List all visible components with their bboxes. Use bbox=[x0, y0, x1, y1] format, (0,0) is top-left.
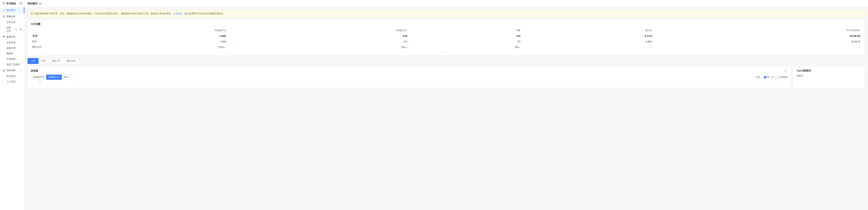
metric-btn-group: 浏览量(PV) 访客数(UV) 其它 ▾ bbox=[31, 75, 72, 80]
cell: 1,690 bbox=[48, 33, 227, 39]
svg-point-0 bbox=[21, 3, 21, 4]
table-row: 昨日 2,966 173 170 9.46% 00:08:14 bbox=[31, 39, 862, 44]
cell: 173 bbox=[227, 39, 409, 44]
nav-item-label: 来源分析 bbox=[6, 35, 16, 38]
table-row: 预计今日 3,516▲ 192▲ 195▲ -- -- bbox=[31, 44, 862, 50]
trend-goto-button[interactable]: › bbox=[783, 69, 787, 73]
cell: 00:08:14 bbox=[654, 39, 862, 44]
table-row: 今日 1,690 100 102 8.11% 00:08:00 bbox=[31, 33, 862, 39]
overview-icon bbox=[3, 9, 5, 12]
main-headbar: 网站概况 D bbox=[25, 0, 868, 7]
compare-label: 对比： bbox=[756, 76, 763, 79]
tab-yest[interactable]: 昨天 bbox=[38, 58, 49, 64]
sidebar-head-label: 常用报告 bbox=[6, 2, 16, 5]
cell: 8.11% bbox=[522, 33, 654, 39]
range-tabs: 今天 昨天 最近7天 最近30天 bbox=[28, 58, 865, 64]
nav-sub-realtime[interactable]: 实时访客 bbox=[0, 20, 24, 25]
tab-30d[interactable]: 最近30天 bbox=[64, 58, 79, 64]
cell: 00:08:00 bbox=[654, 33, 862, 39]
trend-title: 趋势图 bbox=[31, 69, 38, 73]
cell: 2,966 bbox=[48, 39, 227, 44]
table-row: 浏览量(PV) 访客数(UV) IP数 跳出率 平均访问时长 bbox=[31, 28, 862, 33]
gear-icon[interactable] bbox=[20, 2, 22, 5]
nav-sub-se[interactable]: 搜索引擎 bbox=[0, 45, 24, 51]
today-traffic-table: 浏览量(PV) 访客数(UV) IP数 跳出率 平均访问时长 今日 1,690 … bbox=[31, 28, 862, 50]
heart-icon bbox=[3, 2, 5, 5]
cell: -- bbox=[522, 44, 654, 50]
col-uv: 访客数(UV) bbox=[227, 28, 409, 33]
nav-sub-extlink[interactable]: 外部链接 bbox=[0, 56, 24, 62]
nav-sub-pages[interactable]: 受访页面 bbox=[0, 73, 24, 79]
cell: 195▲ bbox=[409, 44, 522, 50]
col-dur: 平均访问时长 bbox=[654, 28, 862, 33]
top10-title: Top10搜索词 bbox=[797, 69, 862, 72]
metric-other-button[interactable]: 其它 ▾ bbox=[62, 75, 72, 80]
nav-sub-allsource[interactable]: 全部来源 bbox=[0, 40, 24, 45]
compare-prevweek-checkbox[interactable]: 上周同期 bbox=[775, 76, 787, 79]
page-title: 网站概况 bbox=[28, 2, 37, 5]
nav-sub-trend[interactable]: 趋势分析 今 昨 bbox=[0, 25, 24, 34]
cell: 192▲ bbox=[227, 44, 409, 50]
nav-item-traffic[interactable]: 流量分析 ︿ bbox=[0, 13, 24, 20]
nav-sub-entry[interactable]: 入口页面 bbox=[0, 79, 24, 84]
chart-ytick: 25 bbox=[39, 81, 41, 83]
nav-item-overview[interactable]: 网站概况 bbox=[0, 7, 24, 13]
trend-card: 趋势图 › 浏览量(PV) 访客数(UV) 其它 ▾ bbox=[28, 67, 790, 88]
cell: 9.46% bbox=[522, 39, 654, 44]
nav-item-label: 网站概况 bbox=[6, 9, 16, 12]
chevron-up-icon: ︿ bbox=[20, 15, 22, 18]
cell: 100 bbox=[227, 33, 409, 39]
up-arrow-icon: ▲ bbox=[519, 46, 521, 48]
sidebar: 常用报告 网站概况 流量分析 ︿ 实时访客 趋势分析 今 昨 bbox=[0, 0, 25, 210]
chart-gridline bbox=[42, 82, 787, 83]
cell: -- bbox=[654, 44, 862, 50]
today-traffic-title: 今日流量 bbox=[31, 23, 862, 26]
nav-item-label: 访问分析 bbox=[6, 69, 16, 72]
traffic-icon bbox=[3, 15, 5, 18]
top10-col-header: 搜索词 bbox=[797, 74, 862, 77]
row-label: 预计今日 bbox=[31, 44, 48, 50]
top10-card: Top10搜索词 搜索词 bbox=[793, 67, 865, 88]
chevron-up-icon: ︿ bbox=[20, 69, 22, 72]
visit-icon bbox=[3, 69, 5, 72]
row-label: 今日 bbox=[31, 33, 48, 39]
col-bounce: 跳出率 bbox=[522, 28, 654, 33]
metric-uv-button[interactable]: 访客数(UV) bbox=[46, 75, 62, 80]
today-traffic-card: 今日流量 浏览量(PV) 访客数(UV) IP数 跳出率 平均访问时长 今日 bbox=[28, 20, 865, 56]
compare-area: 对比： ✓ 前一日 上周同期 bbox=[756, 76, 787, 79]
nav-sub-keyword[interactable]: 搜索词 bbox=[0, 51, 24, 56]
checkbox-icon: ✓ bbox=[764, 76, 766, 78]
tab-7d[interactable]: 最近7天 bbox=[49, 58, 64, 64]
chevron-up-icon: ︿ bbox=[20, 35, 22, 38]
nav-item-source[interactable]: 来源分析 ︿ bbox=[0, 34, 24, 40]
nav-sub-adtrack[interactable]: 指定广告跟踪 bbox=[0, 62, 24, 67]
col-ip: IP数 bbox=[409, 28, 522, 33]
cell: 102 bbox=[409, 33, 522, 39]
row-label: 昨日 bbox=[31, 39, 48, 44]
tab-today[interactable]: 今天 bbox=[28, 58, 38, 64]
col-pv: 浏览量(PV) bbox=[48, 28, 227, 33]
source-icon bbox=[3, 36, 5, 38]
up-arrow-icon: ▲ bbox=[405, 46, 407, 48]
notice-suffix: ，提交表单即可立获分析云免费试用机会。 bbox=[182, 12, 225, 15]
cell: 170 bbox=[409, 39, 522, 44]
up-arrow-icon: ▲ bbox=[224, 46, 226, 48]
checkbox-icon bbox=[775, 76, 778, 78]
compare-prevday-checkbox[interactable]: ✓ 前一日 bbox=[764, 76, 774, 79]
trend-chart: 25 bbox=[31, 81, 787, 86]
metric-pv-button[interactable]: 浏览量(PV) bbox=[31, 75, 46, 80]
sidebar-head: 常用报告 bbox=[0, 0, 24, 7]
nav-item-label: 流量分析 bbox=[6, 15, 16, 18]
cell: 3,516▲ bbox=[48, 44, 227, 50]
nav-item-visit[interactable]: 访问分析 ︿ bbox=[0, 67, 24, 73]
notice-link[interactable]: 点击此处 bbox=[173, 12, 182, 15]
notice-prefix: 为了满足电商类客户更丰富、灵活、精准的专业订单分析需求，订单分析已迁移至分析云，… bbox=[30, 12, 173, 15]
svg-point-2 bbox=[4, 70, 4, 71]
chevron-down-icon: ▾ bbox=[69, 76, 70, 78]
expand-toggle[interactable]: ︾ bbox=[31, 50, 862, 54]
main: 网站概况 D 为了满足电商类客户更丰富、灵活、精准的专业订单分析需求，订单分析已… bbox=[25, 0, 868, 210]
data-badge: D bbox=[39, 2, 41, 5]
trend-today-shortcut[interactable]: 今 bbox=[15, 28, 17, 31]
chevron-right-icon: › bbox=[785, 70, 786, 72]
trend-yesterday-shortcut[interactable]: 昨 bbox=[20, 28, 22, 31]
